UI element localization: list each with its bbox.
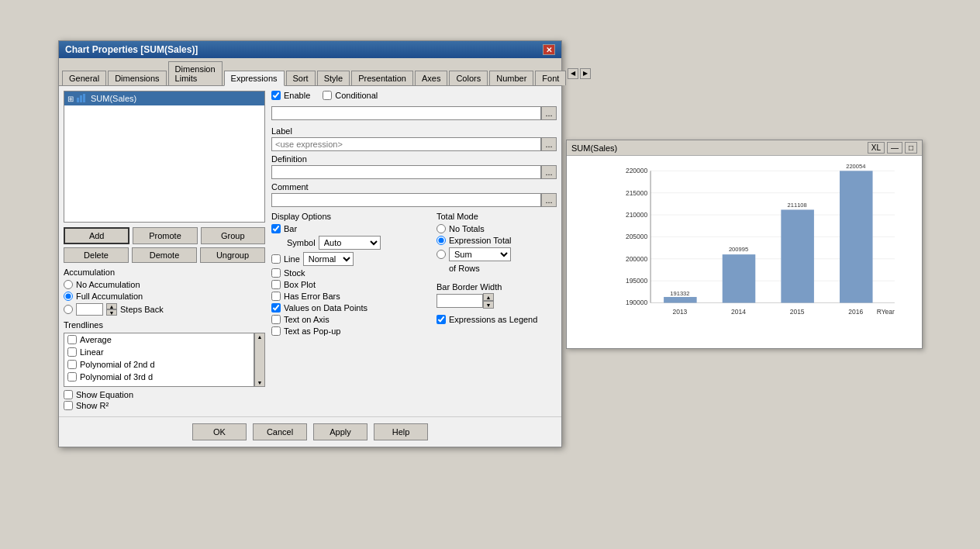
text-as-popup-check-row: Text as Pop-up [271, 326, 430, 336]
tab-nav-right[interactable]: ▶ [580, 68, 591, 79]
add-button[interactable]: Add [64, 227, 129, 244]
bar-2016-value: 220054 [846, 163, 865, 170]
text-on-axis-check-row: Text on Axis [271, 315, 430, 324]
chart-xl-btn[interactable]: XL [868, 142, 885, 154]
sum-row: Sum [437, 247, 557, 261]
show-equation-check[interactable] [64, 390, 73, 399]
no-accumulation-radio[interactable] [64, 280, 73, 289]
no-totals-radio[interactable] [437, 224, 446, 233]
tab-dimensions[interactable]: Dimensions [108, 71, 166, 85]
line-label: Line [284, 254, 300, 264]
error-bars-label: Has Error Bars [284, 292, 340, 301]
comment-ellipsis-btn[interactable]: ... [541, 193, 557, 207]
label-ellipsis-btn[interactable]: ... [541, 137, 557, 151]
full-accumulation-label: Full Accumulation [76, 292, 143, 301]
show-r2-row: Show R² [64, 401, 265, 410]
tab-sort[interactable]: Sort [286, 71, 316, 85]
symbol-row: Symbol Auto [271, 236, 430, 250]
text-on-axis-label: Text on Axis [284, 315, 330, 324]
trend-poly3-check[interactable] [67, 372, 77, 382]
text-as-popup-checkbox[interactable] [271, 326, 281, 336]
border-up-btn[interactable]: ▲ [483, 293, 494, 301]
text-on-axis-checkbox[interactable] [271, 315, 281, 324]
steps-back-label: Steps Back [120, 305, 164, 314]
scroll-down[interactable]: ▼ [255, 379, 264, 386]
y-label-220000: 220000 [626, 167, 648, 174]
steps-input[interactable]: 10 [76, 303, 103, 316]
trendlines-list[interactable]: Average Linear Polynomial of 2nd d Polyn… [64, 333, 254, 387]
definition-ellipsis-btn[interactable]: ... [541, 165, 557, 179]
chart-minimize-btn[interactable]: — [887, 142, 902, 154]
trend-poly2-check[interactable] [67, 360, 77, 369]
dialog-content: ⊞ SUM(Sales) Add Promote Group [59, 86, 561, 416]
conditional-ellipsis-btn[interactable]: ... [541, 106, 557, 120]
chart-maximize-btn[interactable]: □ [905, 142, 917, 154]
y-label-210000: 210000 [626, 211, 648, 219]
expressions-as-legend-checkbox[interactable] [437, 315, 446, 324]
steps-up-btn[interactable]: ▲ [106, 303, 117, 309]
tab-colors[interactable]: Colors [449, 71, 488, 85]
show-r2-check[interactable] [64, 401, 73, 410]
trend-average-check[interactable] [67, 335, 77, 344]
box-plot-checkbox[interactable] [271, 280, 281, 289]
border-down-btn[interactable]: ▼ [483, 301, 494, 309]
trend-linear-check[interactable] [67, 347, 77, 357]
bar-2013 [664, 297, 697, 303]
tab-presentation[interactable]: Presentation [351, 71, 413, 85]
demote-button[interactable]: Demote [132, 247, 197, 263]
apply-button[interactable]: Apply [313, 423, 368, 440]
tab-nav-left[interactable]: ◀ [568, 68, 578, 79]
left-panel: ⊞ SUM(Sales) Add Promote Group [64, 91, 265, 412]
full-accumulation-radio[interactable] [64, 292, 73, 301]
enable-row: Enable Conditional [271, 91, 557, 100]
expression-total-radio[interactable] [437, 236, 446, 245]
tab-number[interactable]: Number [489, 71, 533, 85]
bar-checkbox[interactable] [271, 224, 281, 233]
ungroup-button[interactable]: Ungroup [200, 247, 265, 263]
stock-label: Stock [284, 268, 305, 278]
tab-style[interactable]: Style [317, 71, 350, 85]
label-input[interactable] [271, 137, 541, 151]
close-button[interactable]: ✕ [543, 44, 555, 55]
enable-checkbox[interactable] [271, 91, 281, 100]
trend-poly2-label: Polynomial of 2nd d [80, 360, 155, 369]
steps-down-btn[interactable]: ▼ [106, 309, 117, 316]
trend-linear-label: Linear [80, 347, 104, 357]
comment-input[interactable] [271, 193, 541, 207]
x-label-2015: 2015 [790, 308, 805, 316]
display-options-section: Display Options Bar Symbol Auto [271, 212, 430, 338]
accumulate-radio[interactable] [64, 305, 73, 314]
ok-button[interactable]: OK [192, 423, 247, 440]
tab-expressions[interactable]: Expressions [224, 71, 285, 86]
line-style-dropdown[interactable]: Normal [303, 252, 354, 266]
tab-dimension-limits[interactable]: Dimension Limits [168, 61, 223, 85]
error-bars-check-row: Has Error Bars [271, 292, 430, 301]
tab-axes[interactable]: Axes [415, 71, 447, 85]
right-column: Total Mode No Totals Expression Total Su… [437, 212, 557, 338]
expressions-as-legend-label: Expressions as Legend [449, 315, 537, 324]
group-button[interactable]: Group [201, 227, 265, 244]
delete-button[interactable]: Delete [64, 247, 129, 263]
expression-item[interactable]: ⊞ SUM(Sales) [64, 92, 264, 105]
expression-listbox[interactable]: ⊞ SUM(Sales) [64, 91, 265, 223]
sum-dropdown[interactable]: Sum [449, 247, 511, 261]
bar-border-width-input[interactable]: 0 pt [437, 294, 483, 308]
sum-radio[interactable] [437, 250, 446, 259]
conditional-checkbox[interactable] [323, 91, 332, 100]
line-checkbox[interactable] [271, 254, 281, 264]
stock-checkbox[interactable] [271, 268, 281, 278]
definition-input[interactable]: SUM(Sales) [271, 165, 541, 179]
tab-general[interactable]: General [62, 71, 106, 85]
trendlines-scrollbar[interactable]: ▲ ▼ [254, 333, 265, 387]
promote-button[interactable]: Promote [133, 227, 197, 244]
symbol-dropdown[interactable]: Auto [319, 236, 381, 250]
total-mode-label: Total Mode [437, 212, 557, 221]
tab-font[interactable]: Font [535, 71, 566, 85]
display-options-label: Display Options [271, 212, 430, 221]
help-button[interactable]: Help [374, 423, 428, 440]
conditional-input[interactable] [271, 106, 541, 120]
error-bars-checkbox[interactable] [271, 292, 281, 301]
scroll-up[interactable]: ▲ [255, 333, 264, 340]
cancel-button[interactable]: Cancel [253, 423, 307, 440]
values-on-data-checkbox[interactable] [271, 303, 281, 312]
